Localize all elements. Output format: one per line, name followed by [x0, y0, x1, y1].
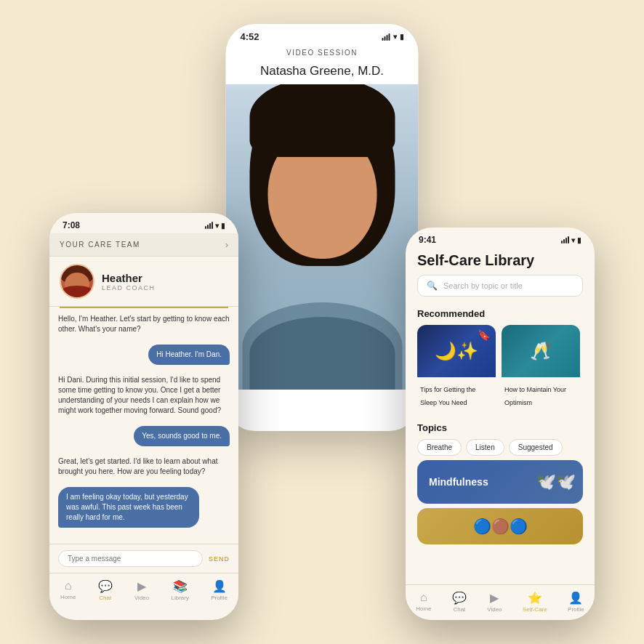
- chip-listen[interactable]: Listen: [466, 439, 504, 456]
- coach-avatar: [60, 264, 94, 299]
- shirt: [249, 317, 395, 390]
- library-icon: 📚: [173, 579, 188, 593]
- cards-row: 🌙✨ 🔖 Tips for Getting the Sleep You Need…: [417, 325, 583, 412]
- chat-time: 7:08: [63, 220, 80, 230]
- selfcare-title: Self-Care Library: [417, 252, 583, 269]
- doctor-name: Natasha Greene, M.D.: [226, 60, 419, 84]
- selfcare-wifi-icon: ▾: [571, 236, 575, 244]
- chat-icon: 💬: [98, 579, 113, 593]
- scene: 4:52 ▾ ▮ VIDEO SESSION Natasha Greene, M…: [49, 24, 595, 620]
- care-team-bar[interactable]: YOUR CARE TEAM ›: [49, 233, 238, 257]
- nav-video[interactable]: ▶ Video: [134, 579, 149, 601]
- topic-chips: Breathe Listen Suggested: [417, 439, 583, 456]
- video-time: 4:52: [241, 31, 259, 42]
- search-bar[interactable]: 🔍 Search by topic or title: [417, 275, 583, 297]
- battery-icon: ▮: [400, 33, 404, 41]
- bubble-hi-heather: Hi Heather. I'm Dan.: [148, 345, 230, 365]
- selfcare-profile-icon: 👤: [568, 591, 583, 605]
- video-frame: [226, 84, 419, 390]
- profile-icon: 👤: [212, 579, 227, 593]
- msg-text-3: Hi Dani. During this initial session, I'…: [58, 375, 230, 416]
- topics-title: Topics: [417, 422, 583, 433]
- selfcare-nav-video-label: Video: [487, 606, 502, 613]
- chat-signal-icon: [205, 222, 213, 229]
- bookmark-icon: 🔖: [478, 329, 490, 341]
- chat-input[interactable]: [58, 550, 203, 567]
- coach-info: Heather LEAD COACH: [102, 272, 156, 291]
- second-featured[interactable]: 🔵🟤🔵: [417, 508, 583, 544]
- care-team-arrow: ›: [225, 239, 228, 250]
- msg-text-5: Great, let's get started. I'd like to le…: [58, 456, 230, 477]
- selfcare-selfcare-icon: ⭐: [528, 591, 542, 605]
- video-status-bar: 4:52 ▾ ▮: [226, 24, 419, 46]
- selfcare-nav-selfcare[interactable]: ⭐ Self-Care: [523, 591, 547, 613]
- chip-suggested[interactable]: Suggested: [509, 439, 563, 456]
- wifi-icon: ▾: [393, 33, 397, 41]
- card-sleep-title: Tips for Getting the Sleep You Need: [420, 386, 475, 406]
- phone-video: 4:52 ▾ ▮ VIDEO SESSION Natasha Greene, M…: [226, 24, 419, 431]
- card-sleep-image: 🌙✨ 🔖: [417, 325, 496, 377]
- featured-mindfulness[interactable]: Mindfulness 🕊️🕊️: [417, 460, 583, 504]
- selfcare-nav-profile-label: Profile: [568, 606, 584, 613]
- nav-profile-label: Profile: [211, 595, 228, 601]
- recommended-title: Recommended: [417, 308, 583, 319]
- coach-role: LEAD COACH: [102, 284, 156, 291]
- selfcare-nav-selfcare-label: Self-Care: [523, 606, 547, 613]
- card-optimism-title: How to Maintain Your Optimism: [504, 386, 566, 406]
- nav-profile[interactable]: 👤 Profile: [211, 579, 228, 601]
- selfcare-status-bar: 9:41 ▾ ▮: [406, 228, 595, 248]
- video-status-icons: ▾ ▮: [382, 33, 404, 41]
- message-2: Hi Heather. I'm Dan.: [58, 345, 230, 371]
- selfcare-nav-video[interactable]: ▶ Video: [487, 591, 502, 613]
- card-sleep[interactable]: 🌙✨ 🔖 Tips for Getting the Sleep You Need: [417, 325, 496, 412]
- care-team-label: YOUR CARE TEAM: [60, 241, 140, 249]
- send-button[interactable]: SEND: [209, 555, 230, 563]
- chat-wifi-icon: ▾: [215, 222, 219, 230]
- signal-icon: [382, 33, 390, 41]
- nav-library-label: Library: [171, 595, 188, 601]
- selfcare-nav-home[interactable]: ⌂ Home: [416, 591, 431, 613]
- card-optimism-info: How to Maintain Your Optimism: [502, 377, 580, 412]
- balls-illustration: 🔵🟤🔵: [473, 518, 528, 535]
- chat-status-icons: ▾ ▮: [205, 222, 225, 230]
- chat-status-bar: 7:08 ▾ ▮: [49, 213, 238, 233]
- phone-selfcare: 9:41 ▾ ▮ Self-Care Library 🔍 Search by t…: [406, 228, 595, 620]
- nav-chat[interactable]: 💬 Chat: [98, 579, 113, 601]
- chip-breathe[interactable]: Breathe: [417, 439, 462, 456]
- chat-input-area: SEND: [49, 544, 238, 573]
- selfcare-nav-home-label: Home: [416, 605, 431, 612]
- message-6: I am feeling okay today, but yesterday w…: [58, 487, 230, 534]
- card-optimism[interactable]: 🥂 How to Maintain Your Optimism: [502, 325, 580, 412]
- selfcare-bottom-nav: ⌂ Home 💬 Chat ▶ Video ⭐ Self-Care 👤 Prof…: [406, 584, 595, 620]
- selfcare-status-icons: ▾ ▮: [561, 236, 581, 244]
- selfcare-nav-chat[interactable]: 💬 Chat: [452, 591, 467, 613]
- birds-icon: 🕊️🕊️: [536, 472, 576, 491]
- coach-section: Heather LEAD COACH: [49, 257, 238, 307]
- card-optimism-image: 🥂: [502, 325, 580, 377]
- selfcare-chat-icon: 💬: [452, 591, 467, 605]
- message-3: Hi Dani. During this initial session, I'…: [58, 375, 230, 422]
- video-icon: ▶: [137, 579, 146, 593]
- card-sleep-info: Tips for Getting the Sleep You Need: [417, 377, 496, 412]
- phone-chat: 7:08 ▾ ▮ YOUR CARE TEAM › Heather LEAD C…: [49, 213, 238, 620]
- recommended-section: Recommended 🌙✨ 🔖 Tips for Getting the Sl…: [406, 304, 595, 416]
- selfcare-nav-profile[interactable]: 👤 Profile: [568, 591, 584, 613]
- search-placeholder: Search by topic or title: [443, 281, 523, 290]
- selfcare-header: Self-Care Library 🔍 Search by topic or t…: [406, 248, 595, 304]
- optimism-illustration: 🥂: [502, 325, 580, 377]
- chat-messages: Hello, I'm Heather. Let's start by getti…: [49, 308, 238, 544]
- selfcare-time: 9:41: [419, 235, 436, 245]
- bubble-feeling: I am feeling okay today, but yesterday w…: [58, 487, 199, 528]
- featured-title: Mindfulness: [429, 476, 488, 488]
- hair-front: [249, 84, 395, 157]
- selfcare-video-icon: ▶: [490, 591, 499, 605]
- message-1: Hello, I'm Heather. Let's start by getti…: [58, 314, 230, 340]
- nav-home[interactable]: ⌂ Home: [60, 579, 76, 601]
- topics-section: Topics Breathe Listen Suggested: [406, 416, 595, 460]
- selfcare-home-icon: ⌂: [420, 591, 427, 604]
- chat-bottom-nav: ⌂ Home 💬 Chat ▶ Video 📚 Library 👤 Profil…: [49, 573, 238, 610]
- nav-library[interactable]: 📚 Library: [171, 579, 188, 601]
- coach-name: Heather: [102, 272, 156, 284]
- session-label: VIDEO SESSION: [226, 46, 419, 60]
- selfcare-battery-icon: ▮: [577, 236, 581, 244]
